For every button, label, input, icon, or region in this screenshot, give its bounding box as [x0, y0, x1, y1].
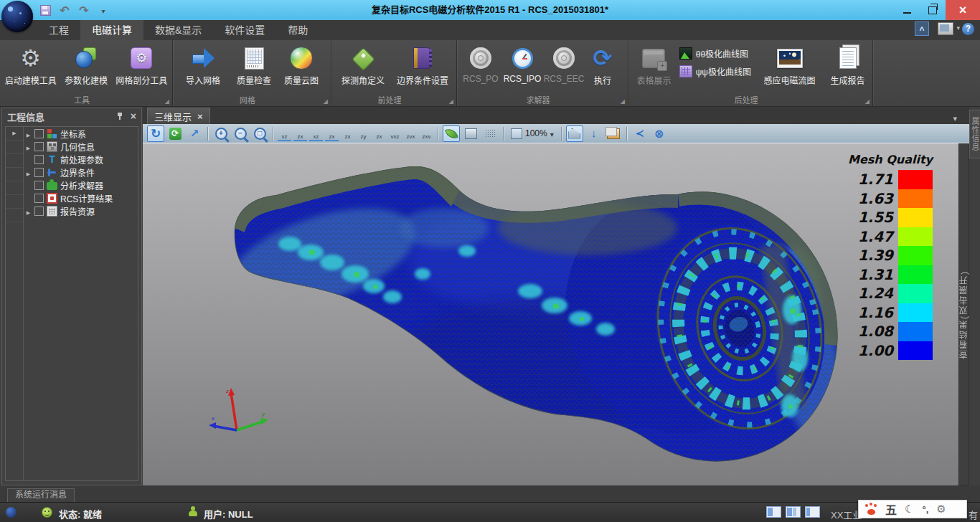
ime-settings-gear-icon[interactable]: [936, 503, 946, 516]
help-icon[interactable]: ?: [962, 23, 974, 35]
expand-arrow-icon[interactable]: [25, 204, 32, 217]
psi-polarization-curve-button[interactable]: ψψ极化曲线图: [679, 65, 751, 77]
zoom-in-button[interactable]: +: [212, 125, 230, 142]
checkbox[interactable]: [34, 168, 44, 177]
results-panel-collapsed-bar[interactable]: 查看结果(双击展开): [958, 143, 969, 485]
rcs-ipo-button[interactable]: RCS_IPO: [501, 43, 543, 84]
launch-modeling-tool-button[interactable]: 启动建模工具: [3, 43, 58, 86]
collapse-ribbon-button[interactable]: [915, 22, 929, 36]
view-orientation-button[interactable]: zy: [357, 126, 370, 141]
tab-settings[interactable]: 软件设置: [213, 20, 276, 40]
tab-data-display[interactable]: 数据&显示: [143, 20, 213, 40]
tree-item-geometry-info[interactable]: 几何信息: [24, 140, 138, 153]
rcs-eec-button[interactable]: RCS_EEC: [543, 43, 585, 84]
snapshot-button[interactable]: [605, 125, 622, 142]
quality-cloud-map-button[interactable]: 质量云图: [278, 43, 325, 86]
shaded-mode-button[interactable]: [443, 125, 460, 142]
tab-3d-display[interactable]: 三维显示: [147, 108, 210, 124]
tab-project[interactable]: 工程: [37, 20, 80, 40]
dialog-launcher-icon[interactable]: [865, 98, 870, 105]
checkbox[interactable]: [34, 155, 44, 164]
expand-arrow-icon[interactable]: [25, 140, 32, 153]
points-mode-button[interactable]: [481, 125, 499, 142]
import-view-button[interactable]: [585, 125, 603, 142]
panel-close-icon[interactable]: [131, 110, 136, 122]
view-orientation-button[interactable]: zx: [372, 126, 386, 141]
view-orientation-button[interactable]: vxz: [388, 126, 402, 141]
save-button[interactable]: [39, 4, 52, 16]
ime-mode-button[interactable]: 五: [885, 500, 897, 518]
pan-button[interactable]: [186, 125, 203, 142]
minimize-button[interactable]: [894, 0, 920, 20]
dialog-launcher-icon[interactable]: [324, 98, 328, 105]
parametric-modeling-button[interactable]: 参数化建模: [58, 43, 113, 86]
clip-plane-button[interactable]: [566, 125, 583, 142]
boundary-condition-button[interactable]: 边界条件设置: [392, 43, 453, 86]
tab-em-compute[interactable]: 电磁计算: [80, 20, 143, 40]
tree-item-report-resources[interactable]: 报告资源: [24, 204, 138, 217]
table-display-button[interactable]: 表格展示: [631, 43, 677, 86]
checkbox[interactable]: [34, 207, 44, 216]
tree-item-coordinate-system[interactable]: 坐标系: [24, 127, 138, 140]
induced-current-map-button[interactable]: 感应电磁流图: [757, 43, 822, 86]
zoom-level-select[interactable]: 100%: [508, 126, 557, 141]
tree-item-rcs-results[interactable]: RCS计算结果: [24, 191, 138, 204]
restore-button[interactable]: [920, 0, 946, 20]
quick-access-dropdown[interactable]: [97, 4, 110, 16]
quality-check-button[interactable]: 质量检查: [230, 43, 278, 86]
checkbox[interactable]: [34, 142, 44, 151]
tree-item-boundary-conditions[interactable]: 边界条件: [24, 166, 138, 179]
rcs-po-button[interactable]: RCS_PO: [460, 43, 501, 84]
dialog-launcher-icon[interactable]: [621, 98, 625, 105]
dialog-launcher-icon[interactable]: [165, 98, 169, 105]
ime-punctuation-button[interactable]: °,: [922, 504, 928, 515]
view-orientation-button[interactable]: xz: [278, 126, 291, 141]
mesh-partition-tool-button[interactable]: 网格剖分工具: [114, 43, 169, 86]
share-button[interactable]: [631, 125, 649, 142]
zoom-out-button[interactable]: −: [232, 125, 249, 142]
tab-help[interactable]: 帮助: [276, 20, 319, 40]
generate-report-button[interactable]: 生成报告: [826, 43, 870, 86]
app-logo[interactable]: [1, 1, 33, 32]
close-button[interactable]: [946, 0, 980, 20]
expand-arrow-icon[interactable]: [25, 127, 32, 140]
layout-split-button[interactable]: [786, 506, 801, 518]
close-view-button[interactable]: [651, 125, 668, 142]
zoom-fit-button[interactable]: □: [251, 125, 268, 142]
layout-thin-button[interactable]: [805, 506, 820, 518]
redo-button[interactable]: [77, 4, 90, 16]
spin-button[interactable]: [166, 125, 184, 142]
tab-close-icon[interactable]: [197, 111, 203, 122]
dialog-launcher-icon[interactable]: [449, 98, 453, 105]
checkbox[interactable]: [34, 181, 44, 190]
tree-item-preprocess-params[interactable]: T 前处理参数: [24, 153, 138, 166]
gutter-expand-icon[interactable]: [6, 127, 23, 141]
moon-icon[interactable]: [905, 503, 914, 516]
undo-button[interactable]: [58, 4, 71, 16]
view-orientation-button[interactable]: zx: [341, 126, 354, 141]
properties-panel-tab[interactable]: 属性信息: [969, 110, 980, 158]
import-mesh-button[interactable]: 导入网格: [176, 43, 230, 86]
view-orientation-button[interactable]: zx: [325, 126, 339, 141]
ime-logo-paw-icon[interactable]: [865, 503, 877, 515]
pin-icon[interactable]: [116, 113, 123, 120]
view-orientation-button[interactable]: zx: [293, 126, 307, 141]
display-style-button[interactable]: [938, 22, 953, 35]
flat-mode-button[interactable]: [462, 125, 479, 142]
tab-list-dropdown-icon[interactable]: [953, 111, 957, 124]
view-orientation-button[interactable]: zxv: [420, 126, 433, 141]
rotate-button[interactable]: [147, 125, 164, 142]
probe-angle-button[interactable]: 探测角定义: [334, 43, 392, 86]
layout-left-button[interactable]: [766, 506, 781, 518]
theta-polarization-curve-button[interactable]: θθ极化曲线图: [679, 47, 751, 60]
expand-arrow-icon[interactable]: [25, 166, 32, 179]
checkbox[interactable]: [34, 129, 44, 138]
execute-button[interactable]: 执行: [585, 43, 621, 86]
result-icon: [47, 193, 57, 204]
checkbox[interactable]: [34, 194, 44, 203]
tree-item-analysis-solver[interactable]: 分析求解器: [24, 179, 138, 191]
system-messages-tab[interactable]: 系统运行消息: [7, 488, 75, 503]
view-orientation-button[interactable]: xz: [309, 126, 323, 141]
3d-viewport-canvas[interactable]: z y x Mesh Quality 1.71 1.63 1.55 1.47 1…: [143, 143, 958, 485]
view-orientation-button[interactable]: zvx: [404, 126, 418, 141]
